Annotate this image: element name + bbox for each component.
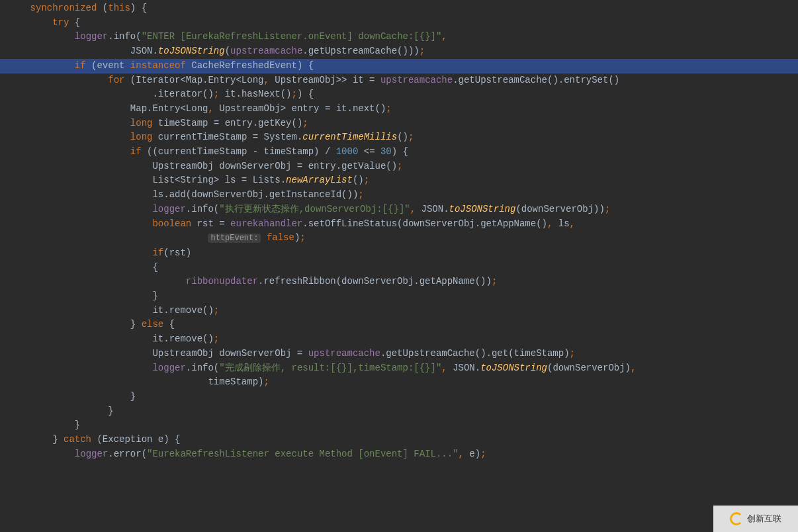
code-line[interactable]: httpEvent: false); bbox=[0, 231, 798, 246]
code-line[interactable]: long timeStamp = entry.getKey(); bbox=[0, 116, 798, 131]
code-line[interactable]: Map.Entry<Long, UpstreamObj> entry = it.… bbox=[0, 102, 798, 116]
code-line[interactable]: ribbonupdater.refreshRibbon(downServerOb… bbox=[0, 275, 798, 289]
code-line[interactable]: UpstreamObj downServerObj = upstreamcach… bbox=[0, 347, 798, 361]
code-line[interactable]: { bbox=[0, 261, 798, 275]
code-line[interactable]: it.remove(); bbox=[0, 304, 798, 318]
code-line[interactable]: timeStamp); bbox=[0, 375, 798, 390]
code-line[interactable]: it.remove(); bbox=[0, 332, 798, 347]
code-line[interactable]: ls.add(downServerObj.getInstanceId()); bbox=[0, 188, 798, 202]
code-line[interactable]: UpstreamObj downServerObj = entry.getVal… bbox=[0, 159, 798, 174]
code-line[interactable]: for (Iterator<Map.Entry<Long, UpstreamOb… bbox=[0, 73, 798, 88]
code-line[interactable]: if (event instanceof CacheRefreshedEvent… bbox=[0, 59, 798, 73]
logo-icon bbox=[730, 512, 743, 525]
code-line[interactable]: if ((currentTimeStamp - timeStamp) / 100… bbox=[0, 145, 798, 159]
code-line[interactable]: List<String> ls = Lists.newArrayList(); bbox=[0, 173, 798, 188]
watermark-text: 创新互联 bbox=[747, 513, 781, 525]
code-line[interactable]: } bbox=[0, 289, 798, 304]
code-line[interactable]: } bbox=[0, 418, 798, 433]
code-line[interactable]: } bbox=[0, 390, 798, 404]
code-line[interactable]: boolean rst = eurekahandler.setOffLineSt… bbox=[0, 217, 798, 232]
code-line[interactable] bbox=[0, 462, 798, 476]
code-line[interactable]: logger.error("EurekaRefreshListener exec… bbox=[0, 447, 798, 462]
code-line[interactable]: .iterator(); it.hasNext();) { bbox=[0, 87, 798, 102]
code-line[interactable]: synchronized (this) { bbox=[0, 1, 798, 16]
code-line[interactable]: if(rst) bbox=[0, 246, 798, 261]
code-editor[interactable]: synchronized (this) { try { logger.info(… bbox=[0, 0, 798, 532]
code-line[interactable]: logger.info("执行更新状态操作,downServerObj:[{}]… bbox=[0, 202, 798, 217]
code-line[interactable]: JSON.toJSONString(upstreamcache.getUpstr… bbox=[0, 44, 798, 59]
code-line[interactable]: try { bbox=[0, 16, 798, 30]
code-line[interactable]: long currentTimeStamp = System.currentTi… bbox=[0, 130, 798, 145]
code-line[interactable]: } bbox=[0, 404, 798, 419]
code-line[interactable]: logger.info("完成剔除操作, result:[{}],timeSta… bbox=[0, 361, 798, 376]
code-line[interactable]: } catch (Exception e) { bbox=[0, 433, 798, 447]
code-line[interactable]: } else { bbox=[0, 318, 798, 332]
code-line[interactable]: logger.info("ENTER [EurekaRefreshListene… bbox=[0, 30, 798, 44]
watermark-badge: 创新互联 bbox=[713, 506, 798, 532]
